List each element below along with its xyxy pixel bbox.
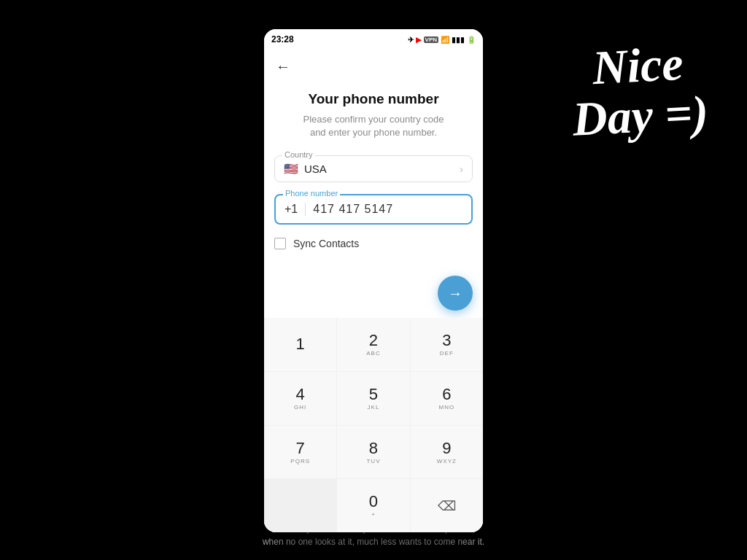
- phone-field-label: Phone number: [283, 189, 340, 198]
- numpad-key-1[interactable]: 1: [264, 318, 336, 371]
- country-name: USA: [304, 163, 327, 175]
- country-selector[interactable]: Country 🇺🇸 USA ›: [274, 155, 473, 182]
- battery-icon: 🔋: [467, 36, 476, 44]
- page-title: Your phone number: [279, 91, 468, 107]
- back-button[interactable]: ←: [274, 57, 292, 77]
- form-section: Country 🇺🇸 USA › Phone number +1 Sync Co…: [264, 147, 483, 268]
- delete-icon: ⌫: [438, 498, 456, 514]
- numpad-key-6[interactable]: 6 MNO: [411, 372, 483, 425]
- country-value: 🇺🇸 USA: [284, 162, 327, 176]
- status-bar: 23:28 ✈ ▶ VPN 📶 ▮▮▮ 🔋: [264, 29, 483, 50]
- numpad-key-3[interactable]: 3 DEF: [411, 318, 483, 371]
- numpad-key-0[interactable]: 0 +: [337, 479, 409, 532]
- nice-day-text: Nice Day =): [571, 40, 707, 141]
- status-time: 23:28: [271, 34, 294, 44]
- back-button-area: ←: [264, 50, 483, 81]
- sync-contacts-checkbox[interactable]: [274, 238, 286, 249]
- telegram-icon: ✈: [408, 36, 414, 44]
- sync-contacts-label: Sync Contacts: [293, 238, 359, 249]
- phone-input[interactable]: [313, 203, 462, 216]
- numpad-key-5[interactable]: 5 JKL: [337, 372, 409, 425]
- country-field-label: Country: [282, 150, 315, 159]
- numpad-key-7[interactable]: 7 PQRS: [264, 426, 336, 479]
- next-button-area: →: [264, 268, 483, 318]
- numpad-key-empty: ·: [264, 479, 336, 532]
- chevron-right-icon: ›: [460, 163, 463, 175]
- next-button[interactable]: →: [438, 276, 473, 311]
- wifi-icon: 📶: [441, 36, 449, 44]
- numpad-key-4[interactable]: 4 GHI: [264, 372, 336, 425]
- phone-content: ← Your phone number Please confirm your …: [264, 50, 483, 532]
- status-icons: ✈ ▶ VPN 📶 ▮▮▮ 🔋: [408, 36, 476, 44]
- signal-icon: ▮▮▮: [452, 36, 465, 44]
- numpad-key-2[interactable]: 2 ABC: [337, 318, 409, 371]
- numpad-key-8[interactable]: 8 TUV: [337, 426, 409, 479]
- nice-text-line1: Nice Day =): [571, 36, 710, 146]
- sync-contacts-row: Sync Contacts: [274, 235, 473, 252]
- numpad: 1 2 ABC 3 DEF 4 GHI 5 JKL 6 MNO: [264, 318, 483, 532]
- page-subtitle: Please confirm your country code and ent…: [279, 113, 468, 139]
- country-code: +1: [285, 203, 306, 216]
- next-arrow-icon: →: [448, 285, 462, 302]
- youtube-icon: ▶: [416, 36, 422, 44]
- vpn-badge: VPN: [424, 36, 438, 43]
- phone-frame: 23:28 ✈ ▶ VPN 📶 ▮▮▮ 🔋 ← Your phone numbe…: [264, 29, 483, 532]
- phone-number-field: Phone number +1: [274, 194, 473, 225]
- numpad-key-delete[interactable]: ⌫: [411, 479, 483, 532]
- title-section: Your phone number Please confirm your co…: [264, 81, 483, 147]
- numpad-key-9[interactable]: 9 WXYZ: [411, 426, 483, 479]
- country-flag: 🇺🇸: [284, 162, 298, 176]
